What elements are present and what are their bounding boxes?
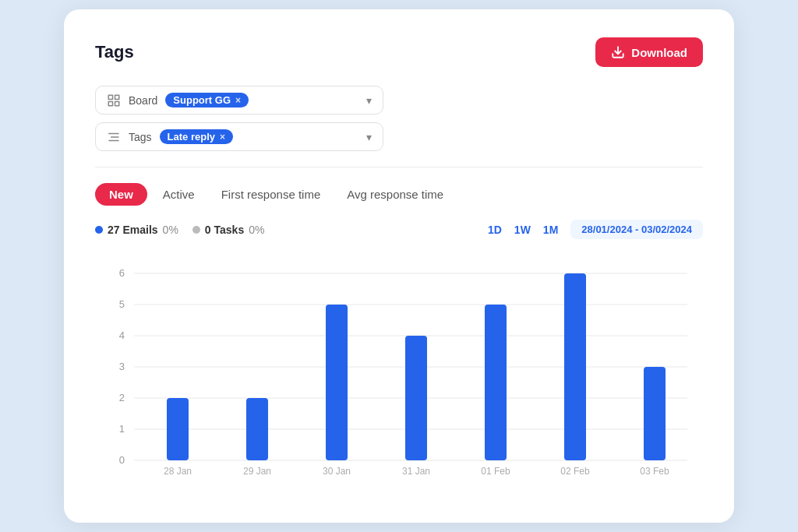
- svg-text:3: 3: [119, 361, 125, 372]
- tags-chevron-icon: ▾: [366, 131, 372, 143]
- svg-text:29 Jan: 29 Jan: [243, 466, 271, 477]
- card-header: Tags Download: [95, 37, 703, 67]
- board-filter-label: Board: [129, 94, 157, 107]
- board-filter[interactable]: Board Support GG × ▾: [95, 86, 383, 115]
- emails-count: 27 Emails: [108, 224, 158, 236]
- svg-rect-4: [115, 101, 119, 105]
- page-title: Tags: [95, 42, 134, 62]
- tab-first-response-time[interactable]: First response time: [210, 183, 332, 206]
- tags-icon: [107, 130, 121, 144]
- bar-chart: 6 5 4 3 2 1 0 28 Jan 29 Jan 30 Jan 31 Ja…: [95, 250, 703, 491]
- tasks-dot: [192, 226, 200, 234]
- late-reply-tag[interactable]: Late reply ×: [160, 129, 233, 144]
- emails-pct: 0%: [163, 224, 178, 236]
- emails-legend: 27 Emails 0%: [95, 224, 178, 236]
- time-1w-button[interactable]: 1W: [510, 220, 535, 239]
- svg-text:02 Feb: 02 Feb: [560, 466, 590, 477]
- download-icon: [611, 45, 625, 59]
- date-range-button[interactable]: 28/01/2024 - 03/02/2024: [570, 220, 703, 239]
- svg-text:1: 1: [119, 423, 125, 435]
- svg-text:03 Feb: 03 Feb: [640, 466, 669, 477]
- download-button[interactable]: Download: [595, 37, 703, 67]
- svg-rect-2: [115, 95, 119, 99]
- chart-meta: 27 Emails 0% 0 Tasks 0% 1D 1W 1M 28/01/2…: [95, 220, 703, 239]
- time-buttons: 1D 1W 1M: [483, 220, 563, 239]
- board-icon: [107, 93, 121, 107]
- svg-rect-3: [108, 101, 112, 105]
- tags-filter-label: Tags: [129, 131, 152, 143]
- filter-section: Board Support GG × ▾ Tags Late reply × ▾: [95, 86, 703, 151]
- section-divider: [95, 167, 703, 167]
- svg-text:01 Feb: 01 Feb: [481, 466, 510, 477]
- svg-text:2: 2: [119, 392, 125, 403]
- svg-text:28 Jan: 28 Jan: [164, 466, 192, 477]
- tab-avg-response-time[interactable]: Avg response time: [336, 183, 454, 206]
- svg-rect-34: [564, 273, 586, 460]
- svg-text:5: 5: [119, 298, 125, 310]
- svg-text:4: 4: [119, 329, 125, 341]
- tasks-legend: 0 Tasks 0%: [192, 224, 265, 236]
- svg-rect-26: [246, 398, 268, 460]
- svg-rect-32: [485, 305, 507, 460]
- chart-legend: 27 Emails 0% 0 Tasks 0%: [95, 224, 264, 236]
- time-1m-button[interactable]: 1M: [538, 220, 563, 239]
- emails-dot: [95, 226, 103, 234]
- tasks-pct: 0%: [249, 224, 264, 236]
- svg-rect-24: [167, 398, 189, 460]
- board-chevron-icon: ▾: [366, 94, 372, 107]
- svg-text:0: 0: [119, 454, 125, 466]
- tab-active[interactable]: Active: [152, 183, 206, 206]
- svg-text:30 Jan: 30 Jan: [323, 466, 351, 477]
- board-tag-close[interactable]: ×: [235, 95, 241, 106]
- tags-tag-close[interactable]: ×: [220, 132, 225, 143]
- svg-rect-36: [644, 367, 666, 460]
- tab-new[interactable]: New: [95, 183, 147, 206]
- tasks-count: 0 Tasks: [205, 224, 244, 236]
- board-tag[interactable]: Support GG ×: [165, 93, 249, 107]
- tabs-bar: New Active First response time Avg respo…: [95, 183, 703, 206]
- svg-rect-28: [326, 305, 348, 460]
- svg-text:31 Jan: 31 Jan: [402, 466, 430, 477]
- chart-controls: 1D 1W 1M 28/01/2024 - 03/02/2024: [483, 220, 703, 239]
- time-1d-button[interactable]: 1D: [483, 220, 507, 239]
- svg-text:6: 6: [119, 267, 125, 279]
- svg-rect-30: [405, 336, 427, 460]
- chart-area: 6 5 4 3 2 1 0 28 Jan 29 Jan 30 Jan 31 Ja…: [95, 250, 703, 491]
- svg-rect-1: [108, 95, 112, 99]
- main-card: Tags Download Board Support GG × ▾: [64, 9, 734, 523]
- tags-filter[interactable]: Tags Late reply × ▾: [95, 122, 383, 151]
